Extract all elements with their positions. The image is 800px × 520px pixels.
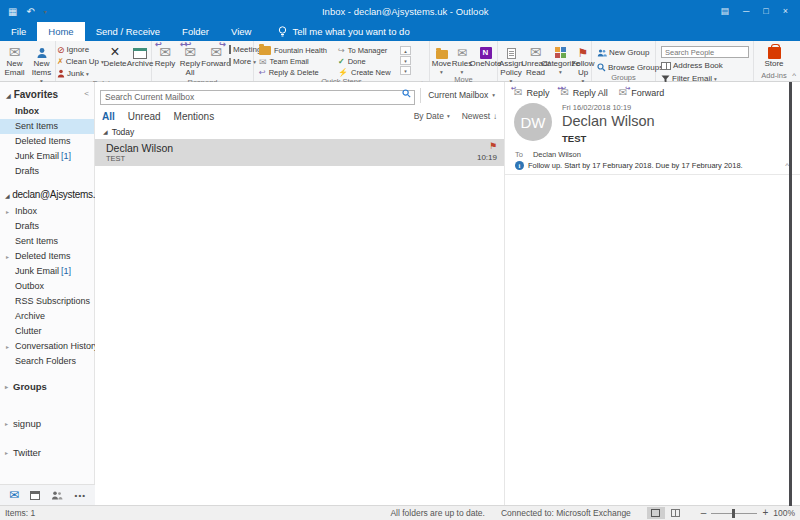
zoom-in-button[interactable]: + — [762, 509, 768, 517]
section-expand-icon[interactable]: ▸ — [5, 420, 8, 427]
undo-icon[interactable]: ↶ — [26, 6, 34, 17]
sidebar-item-drafts[interactable]: Drafts — [0, 219, 94, 234]
reply-all-link[interactable]: ✉↩↩Reply All — [560, 88, 607, 98]
sidebar-item-clutter[interactable]: Clutter — [0, 324, 94, 339]
collapse-folder-pane-icon[interactable]: < — [84, 89, 89, 98]
calendar-nav-icon[interactable] — [30, 491, 40, 500]
new-email-button[interactable]: ✉ New Email — [1, 43, 28, 78]
tab-file[interactable]: File — [0, 22, 37, 41]
new-group-button[interactable]: New Group — [597, 47, 663, 58]
sidebar-item-archive[interactable]: Archive — [0, 309, 94, 324]
scroll-down-icon[interactable]: ▾ — [400, 56, 411, 65]
search-input[interactable] — [100, 90, 415, 105]
quick-step-team-email[interactable]: ✉Team Email — [259, 57, 332, 66]
filter-tab-all[interactable]: All — [102, 111, 115, 122]
sort-by-dropdown[interactable]: By Date▾ — [414, 111, 450, 121]
forward-button[interactable]: ✉↪ Forward — [203, 43, 229, 69]
sidebar-item-favorites-sent-items[interactable]: Sent Items — [0, 119, 94, 134]
search-people-input[interactable] — [661, 46, 749, 58]
ribbon-collapse-icon[interactable]: ^ — [792, 71, 796, 80]
clean-up-button[interactable]: ✗Clean Up▾ — [57, 56, 103, 67]
qat-dropdown-icon[interactable]: ▾ — [44, 8, 47, 15]
browse-groups-button[interactable]: Browse Groups — [597, 62, 663, 73]
filter-tab-unread[interactable]: Unread — [128, 111, 161, 122]
tab-send-receive[interactable]: Send / Receive — [85, 22, 171, 41]
sidebar-item-search-folders[interactable]: Search Folders — [0, 354, 94, 369]
search-icon[interactable] — [402, 89, 411, 98]
zoom-slider[interactable] — [711, 513, 757, 514]
delete-button[interactable]: × Delete — [103, 43, 127, 69]
zoom-slider-handle[interactable] — [732, 509, 735, 518]
archive-button[interactable]: Archive — [127, 43, 153, 69]
zoom-out-button[interactable]: – — [701, 509, 707, 517]
quick-steps-overflow-icon[interactable]: ▾ — [400, 66, 411, 75]
reading-view-button[interactable] — [667, 507, 685, 519]
quick-step-reply-delete[interactable]: ↩Reply & Delete — [259, 68, 332, 77]
new-items-button[interactable]: New Items▾ — [28, 43, 55, 84]
address-book-button[interactable]: Address Book — [661, 60, 749, 71]
ignore-button[interactable]: ⊘Ignore — [57, 44, 103, 55]
reading-to-recipient[interactable]: Declan Wilson — [533, 150, 581, 159]
forward-link[interactable]: ✉↪Forward — [619, 88, 664, 98]
sidebar-item-deleted-items[interactable]: ▸Deleted Items — [0, 249, 94, 264]
sidebar-section-groups[interactable]: ▸Groups — [0, 379, 94, 394]
quick-step-create-new[interactable]: ⚡Create New — [338, 68, 398, 77]
minimize-button[interactable]: ─ — [743, 6, 749, 16]
favorites-header[interactable]: ◢Favorites < — [0, 82, 94, 104]
maximize-button[interactable]: □ — [763, 6, 768, 16]
folder-expand-icon[interactable]: ▸ — [6, 207, 9, 218]
sidebar-item-outbox[interactable]: Outbox — [0, 279, 94, 294]
sidebar-item-favorites-drafts[interactable]: Drafts — [0, 164, 94, 179]
assign-policy-button[interactable]: Assign Policy▾ — [499, 43, 523, 84]
quick-step-done[interactable]: ✓Done — [338, 57, 398, 66]
tell-me-box[interactable]: Tell me what you want to do — [278, 22, 409, 41]
onenote-button[interactable]: N OneNote — [472, 43, 499, 69]
reply-link[interactable]: ✉↩Reply — [514, 88, 549, 98]
sidebar-item-junk-email[interactable]: Junk Email[1] — [0, 264, 94, 279]
normal-view-button[interactable] — [647, 507, 665, 519]
move-button[interactable]: Move▾ — [431, 43, 452, 75]
filter-tab-mentions[interactable]: Mentions — [174, 111, 215, 122]
flag-icon[interactable]: ⚑ — [489, 141, 497, 151]
send-receive-icon[interactable]: ▦ — [8, 6, 17, 17]
folder-expand-icon[interactable]: ▸ — [6, 252, 9, 263]
sidebar-section-twitter[interactable]: ▸Twitter — [0, 445, 94, 460]
close-button[interactable]: × — [783, 6, 788, 16]
more-button[interactable]: More▾ — [229, 56, 255, 67]
section-expand-icon[interactable]: ▸ — [5, 449, 8, 456]
quick-step-to-manager[interactable]: ↪To Manager — [338, 46, 398, 55]
sidebar-item-favorites-inbox[interactable]: Inbox — [0, 104, 94, 119]
zoom-level[interactable]: 100% — [773, 508, 795, 518]
reply-button[interactable]: ✉↩ Reply — [153, 43, 177, 69]
sidebar-item-rss-subscriptions[interactable]: RSS Subscriptions — [0, 294, 94, 309]
quick-step-fountain-health[interactable]: Fountain Health — [259, 46, 332, 55]
ribbon-display-options-icon[interactable]: ▤ — [720, 6, 729, 16]
follow-up-button[interactable]: ⚑ Follow Up▾ — [573, 43, 593, 84]
store-button[interactable]: Store — [760, 43, 788, 69]
sidebar-item-favorites-junk-email[interactable]: Junk Email[1] — [0, 149, 94, 164]
reading-sender[interactable]: Declan Wilson — [562, 113, 655, 129]
mail-nav-icon[interactable]: ✉ — [9, 488, 19, 502]
junk-button[interactable]: Junk▾ — [57, 68, 103, 79]
search-scope-dropdown[interactable]: Current Mailbox ▾ — [420, 88, 499, 103]
section-expand-icon[interactable]: ▸ — [5, 383, 8, 390]
folder-expand-icon[interactable]: ▸ — [6, 342, 9, 353]
tab-home[interactable]: Home — [37, 22, 84, 41]
nav-more-icon[interactable]: ••• — [75, 491, 86, 500]
avatar[interactable]: DW — [514, 103, 552, 141]
sidebar-item-sent-items[interactable]: Sent Items — [0, 234, 94, 249]
sidebar-item-favorites-deleted-items[interactable]: Deleted Items — [0, 134, 94, 149]
reply-all-button[interactable]: ✉↩↩ Reply All — [177, 43, 203, 78]
sidebar-item-inbox[interactable]: ▸Inbox — [0, 204, 94, 219]
categorize-button[interactable]: Categorize▾ — [548, 43, 573, 75]
group-header-today[interactable]: ◢ Today — [95, 125, 504, 139]
meeting-button[interactable]: Meeting — [229, 44, 255, 55]
sidebar-section-signup[interactable]: ▸signup — [0, 416, 94, 431]
message-list-item[interactable]: Declan Wilson TEST ⚑ 10:19 — [95, 139, 504, 166]
tab-view[interactable]: View — [220, 22, 262, 41]
people-nav-icon[interactable] — [51, 491, 63, 500]
sort-direction-button[interactable]: Newest↓ — [462, 111, 497, 121]
sidebar-item-conversation-history[interactable]: ▸Conversation History — [0, 339, 94, 354]
scroll-up-icon[interactable]: ▴ — [400, 46, 411, 55]
account-header[interactable]: ◢declan@Ajsystems.uk — [0, 179, 94, 204]
